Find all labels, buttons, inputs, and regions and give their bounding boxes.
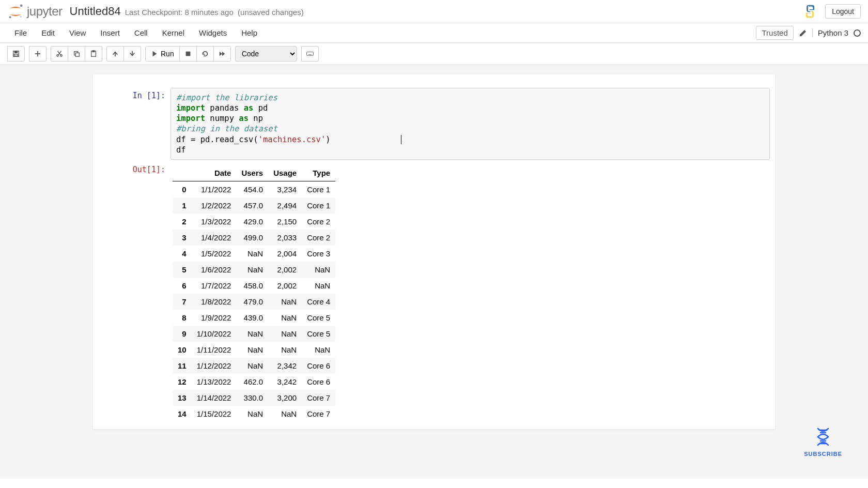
menu-file[interactable]: File [7,23,34,42]
cell-users: NaN [236,326,268,342]
code-cell[interactable]: In [1]: #import the libraries import pan… [98,88,770,160]
cell-date: 1/13/2022 [192,374,237,390]
table-header-row: Date Users Usage Type [173,165,335,181]
keyboard-icon [306,50,314,57]
cell-index: 11 [173,358,192,374]
menu-view[interactable]: View [62,23,93,42]
cell-usage: NaN [268,326,302,342]
copy-icon [73,50,80,57]
save-button[interactable] [7,46,25,62]
cell-index: 7 [173,294,192,310]
table-row: 91/10/2022NaNNaNCore 5 [173,326,335,342]
run-button[interactable]: Run [145,46,180,62]
svg-marker-20 [153,51,157,57]
menu-edit[interactable]: Edit [34,23,62,42]
jupyter-logo[interactable]: jupyter [7,3,63,20]
cut-button[interactable] [51,46,68,62]
command-palette-button[interactable] [301,46,319,62]
cell-date: 1/5/2022 [192,246,237,262]
logout-button[interactable]: Logout [825,4,861,19]
cell-type: Core 7 [302,406,335,422]
table-row: 71/8/2022479.0NaNCore 4 [173,294,335,310]
add-cell-button[interactable] [29,46,47,62]
pencil-icon[interactable] [799,29,807,37]
menu-cell[interactable]: Cell [127,23,155,42]
cell-type: Core 3 [302,246,335,262]
table-row: 101/11/2022NaNNaNNaN [173,342,335,358]
stop-icon [184,50,192,57]
cell-usage: 3,242 [268,374,302,390]
subscribe-label: SUBSCRIBE [804,451,842,457]
restart-icon [202,50,209,57]
cell-users: NaN [236,406,268,422]
jupyter-logo-icon [7,3,24,20]
svg-point-0 [20,4,23,7]
paste-button[interactable] [85,46,102,62]
paste-icon [90,50,97,57]
col-usage: Usage [268,165,302,181]
cell-usage: 3,200 [268,390,302,406]
cell-usage: NaN [268,406,302,422]
cell-date: 1/11/2022 [192,342,237,358]
cell-users: 479.0 [236,294,268,310]
table-row: 51/6/2022NaN2,002NaN [173,262,335,278]
svg-point-4 [812,16,813,17]
svg-point-3 [808,6,809,7]
cell-index: 3 [173,230,192,246]
move-down-button[interactable] [124,46,141,62]
cell-type: Core 1 [302,181,335,197]
restart-button[interactable] [197,46,214,62]
kernel-name[interactable]: Python 3 [812,28,848,37]
cell-date: 1/3/2022 [192,213,237,230]
out-prompt: Out[1]: [98,162,171,422]
cell-type: Core 7 [302,390,335,406]
cell-usage: 3,234 [268,181,302,197]
cell-users: 457.0 [236,197,268,213]
cell-users: NaN [236,246,268,262]
cell-date: 1/10/2022 [192,326,237,342]
menu-widgets[interactable]: Widgets [192,23,234,42]
menu-kernel[interactable]: Kernel [155,23,192,42]
output-area: Date Users Usage Type 01/1/2022454.03,23… [171,162,770,422]
cell-date: 1/7/2022 [192,278,237,294]
python-logo-icon [802,4,818,19]
dataframe-table: Date Users Usage Type 01/1/2022454.03,23… [173,165,335,422]
subscribe-overlay[interactable]: SUBSCRIBE [804,425,842,457]
cell-usage: 2,150 [268,213,302,230]
toolbar: Run Code [0,43,868,65]
celltype-select[interactable]: Code [235,46,297,62]
stop-button[interactable] [180,46,197,62]
output-cell: Out[1]: Date Users Usage Type 01/1/20224… [98,162,770,422]
table-row: 141/15/2022NaNNaNCore 7 [173,406,335,422]
notebook-title[interactable]: Untitled84 [70,5,121,18]
table-row: 11/2/2022457.02,494Core 1 [173,197,335,213]
menu-help[interactable]: Help [234,23,265,42]
table-row: 81/9/2022439.0NaNCore 5 [173,310,335,326]
svg-marker-23 [222,52,225,56]
code-input[interactable]: #import the libraries import pandas as p… [171,88,770,160]
cell-usage: 2,342 [268,358,302,374]
trusted-button[interactable]: Trusted [756,26,793,40]
play-icon [151,50,158,57]
cell-date: 1/14/2022 [192,390,237,406]
notebook: In [1]: #import the libraries import pan… [93,74,775,429]
arrow-up-icon [112,50,119,57]
in-prompt: In [1]: [98,88,171,160]
cell-index: 6 [173,278,192,294]
svg-point-1 [9,16,11,18]
cell-date: 1/15/2022 [192,406,237,422]
cell-users: NaN [236,358,268,374]
svg-rect-17 [92,51,95,52]
copy-button[interactable] [68,46,85,62]
table-row: 01/1/2022454.03,234Core 1 [173,181,335,197]
cell-users: 454.0 [236,181,268,197]
cell-index: 1 [173,197,192,213]
cell-date: 1/2/2022 [192,197,237,213]
restart-run-all-button[interactable] [214,46,231,62]
move-up-button[interactable] [106,46,124,62]
cell-type: NaN [302,262,335,278]
cell-type: NaN [302,278,335,294]
cell-usage: 2,002 [268,278,302,294]
menu-insert[interactable]: Insert [93,23,127,42]
col-type: Type [302,165,335,181]
